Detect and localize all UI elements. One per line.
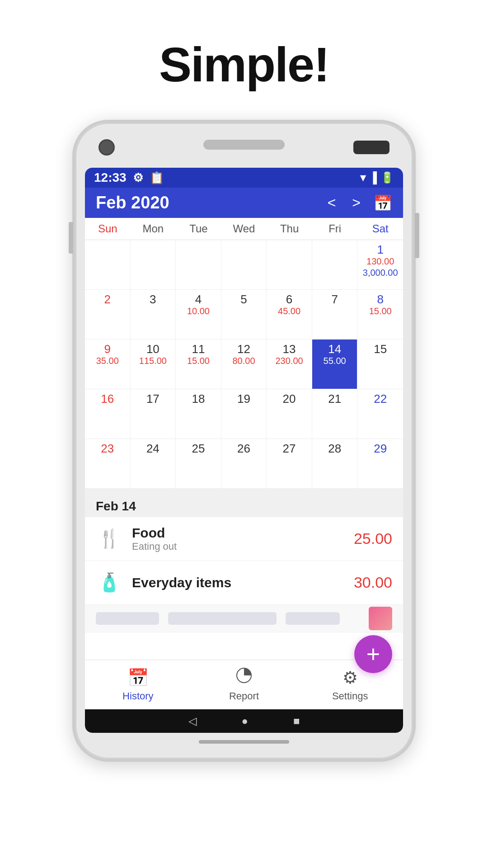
- cal-day-num-25: 25: [192, 443, 205, 454]
- month-title: Feb 2020: [96, 193, 169, 212]
- cal-day-num-22: 22: [374, 393, 387, 405]
- cal-cell-5[interactable]: 5: [221, 290, 267, 340]
- cal-cell-10[interactable]: 10 115.00: [131, 340, 176, 389]
- signal-icon: ▐: [369, 171, 377, 184]
- food-icon-wrap: 🍴: [96, 525, 123, 552]
- cal-cell-29[interactable]: 29: [357, 439, 403, 489]
- cal-cell-13[interactable]: 13 230.00: [267, 340, 312, 389]
- cal-day-num-7: 7: [331, 293, 338, 305]
- cal-day-num-5: 5: [240, 293, 247, 305]
- calendar-grid: 1 130.00 3,000.00 2 3 4 10.00 5 6 45.00: [85, 240, 403, 489]
- phone-bottom-bar: [85, 733, 403, 751]
- cal-cell-19[interactable]: 19: [221, 389, 267, 439]
- cal-day-num-18: 18: [192, 393, 205, 405]
- cal-cell-24[interactable]: 24: [131, 439, 176, 489]
- cal-cell-1[interactable]: 1 130.00 3,000.00: [357, 240, 403, 290]
- cal-cell-empty[interactable]: [131, 240, 176, 290]
- cal-day-num-17: 17: [146, 393, 160, 405]
- everyday-icon: 🧴: [98, 572, 121, 593]
- cal-cell-empty[interactable]: [267, 240, 312, 290]
- cal-cell-21[interactable]: 21: [312, 389, 358, 439]
- everyday-icon-wrap: 🧴: [96, 569, 123, 596]
- food-expense-name: Food: [132, 525, 354, 541]
- cal-cell-3[interactable]: 3: [131, 290, 176, 340]
- cal-cell-6[interactable]: 6 45.00: [267, 290, 312, 340]
- cal-cell-28[interactable]: 28: [312, 439, 358, 489]
- expense-item-everyday[interactable]: 🧴 Everyday items 30.00: [85, 561, 403, 605]
- cal-amount-11: 15.00: [187, 356, 210, 366]
- cal-cell-26[interactable]: 26: [221, 439, 267, 489]
- expense-item-food[interactable]: 🍴 Food Eating out 25.00: [85, 517, 403, 561]
- power-button: [415, 213, 419, 258]
- cal-cell-empty[interactable]: [221, 240, 267, 290]
- cal-amount-1a: 130.00: [366, 256, 394, 267]
- next-month-button[interactable]: >: [348, 193, 364, 213]
- cal-day-num-19: 19: [237, 393, 250, 405]
- everyday-expense-name: Everyday items: [132, 575, 354, 590]
- add-expense-fab[interactable]: +: [354, 635, 392, 673]
- calendar-icon[interactable]: 📅: [373, 194, 392, 212]
- status-bar: 12:33 ⚙ 📋 ▾ ▐ 🔋: [85, 168, 403, 188]
- nav-item-history[interactable]: 📅 History: [85, 660, 191, 709]
- android-nav-bar: ◁ ● ■: [85, 709, 403, 733]
- cal-cell-empty[interactable]: [85, 240, 131, 290]
- cal-day-num-12: 12: [237, 343, 250, 355]
- cal-day-num-21: 21: [328, 393, 341, 405]
- cal-cell-27[interactable]: 27: [267, 439, 312, 489]
- back-button[interactable]: ◁: [188, 715, 197, 727]
- cal-amount-8: 15.00: [369, 306, 392, 316]
- cal-cell-15[interactable]: 15: [357, 340, 403, 389]
- history-nav-icon: 📅: [127, 668, 149, 688]
- day-header-wed: Wed: [221, 218, 267, 240]
- cal-day-num-8: 8: [377, 293, 383, 305]
- preview-blob-2: [168, 612, 277, 625]
- preview-blob-1: [96, 612, 159, 625]
- cal-cell-17[interactable]: 17: [131, 389, 176, 439]
- cal-cell-12[interactable]: 12 80.00: [221, 340, 267, 389]
- cal-cell-22[interactable]: 22: [357, 389, 403, 439]
- section-separator: [85, 489, 403, 494]
- bottom-nav: 📅 History Report ⚙ Settings: [85, 660, 403, 709]
- day-header-tue: Tue: [176, 218, 221, 240]
- cal-cell-4[interactable]: 4 10.00: [176, 290, 221, 340]
- front-camera: [99, 139, 115, 156]
- cal-cell-empty[interactable]: [176, 240, 221, 290]
- cal-amount-9: 35.00: [96, 356, 119, 366]
- prev-month-button[interactable]: <: [324, 193, 340, 213]
- status-icons-right: ▾ ▐ 🔋: [360, 171, 394, 184]
- cal-cell-16[interactable]: 16: [85, 389, 131, 439]
- cal-cell-14[interactable]: 14 55.00: [312, 340, 358, 389]
- food-expense-amount: 25.00: [354, 530, 392, 547]
- day-header-sun: Sun: [85, 218, 131, 240]
- cal-cell-9[interactable]: 9 35.00: [85, 340, 131, 389]
- cal-day-num-23: 23: [101, 443, 114, 454]
- cal-cell-20[interactable]: 20: [267, 389, 312, 439]
- cal-day-num-24: 24: [146, 443, 160, 454]
- preview-blob-3: [286, 612, 340, 625]
- date-section-label: Feb 14: [85, 494, 403, 517]
- cal-cell-7[interactable]: 7: [312, 290, 358, 340]
- cal-cell-25[interactable]: 25: [176, 439, 221, 489]
- cal-day-num-11: 11: [192, 343, 205, 355]
- cal-cell-2[interactable]: 2: [85, 290, 131, 340]
- calendar-controls: < > 📅: [324, 193, 392, 213]
- cal-cell-23[interactable]: 23: [85, 439, 131, 489]
- cal-cell-8[interactable]: 8 15.00: [357, 290, 403, 340]
- cal-day-num-4: 4: [195, 293, 202, 305]
- nav-item-settings[interactable]: ⚙ Settings: [297, 660, 403, 709]
- status-left: 12:33 ⚙ 📋: [94, 170, 164, 185]
- recents-button[interactable]: ■: [293, 715, 300, 727]
- status-time: 12:33: [94, 170, 127, 185]
- cal-cell-empty[interactable]: [312, 240, 358, 290]
- page-headline: Simple!: [159, 36, 329, 93]
- nav-item-report[interactable]: Report: [191, 660, 297, 709]
- cal-day-num-13: 13: [283, 343, 296, 355]
- cal-cell-18[interactable]: 18: [176, 389, 221, 439]
- cal-day-num-1: 1: [377, 244, 383, 255]
- settings-nav-label: Settings: [332, 690, 368, 702]
- cal-cell-11[interactable]: 11 15.00: [176, 340, 221, 389]
- cal-day-num-10: 10: [146, 343, 160, 355]
- cal-amount-14: 55.00: [324, 356, 346, 366]
- battery-icon: 🔋: [380, 171, 394, 184]
- home-button[interactable]: ●: [242, 715, 249, 727]
